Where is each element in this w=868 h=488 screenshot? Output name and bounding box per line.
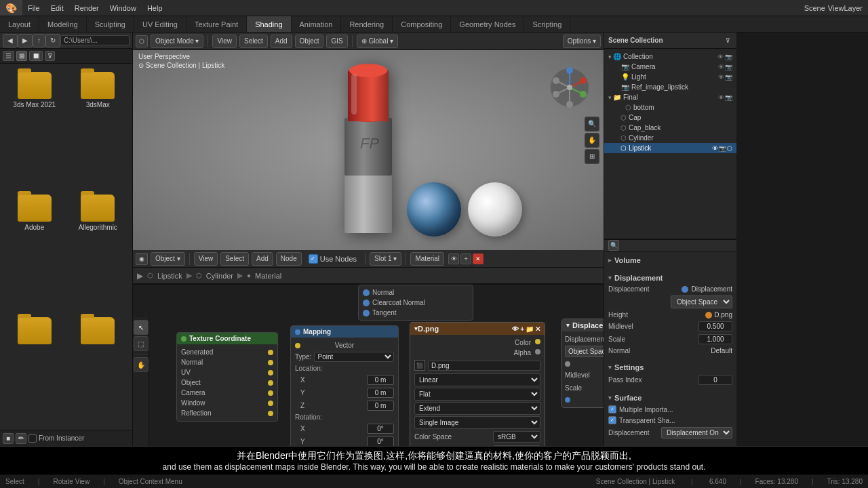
lipstick-eye[interactable]: 👁 [712, 145, 718, 152]
use-nodes-checkbox[interactable]: ✓ [309, 254, 318, 264]
gis-menu[interactable]: GIS [326, 35, 347, 48]
displacement-surface-select[interactable]: Displacement On [661, 427, 732, 439]
mapping-node[interactable]: Mapping Vector Type: Point [290, 325, 399, 446]
options-button[interactable]: Options ▾ [563, 35, 601, 48]
grid-button[interactable]: ⊞ [585, 149, 599, 164]
breadcrumb-material[interactable]: Material [255, 272, 281, 280]
mat-copy-icon[interactable]: + [460, 253, 471, 264]
tree-scene-collection[interactable]: ▾ 🌐 Collection 👁 📷 [604, 52, 736, 62]
material-btn[interactable]: Material [410, 252, 444, 266]
tree-camera[interactable]: ▾ 📷 Camera 👁 📷 [604, 62, 736, 72]
midlevel-val[interactable]: 0.500 [698, 321, 732, 331]
ne-box-select-tool[interactable]: ⬚ [134, 336, 149, 351]
breadcrumb-cylinder[interactable]: Cylinder [206, 272, 233, 280]
pass-index-val[interactable]: 0 [698, 375, 732, 385]
breadcrumb-lipstick[interactable]: Lipstick [157, 272, 182, 280]
file-forward-button[interactable]: ▶ [18, 34, 33, 47]
pan-button[interactable]: ✋ [585, 133, 599, 148]
dpng-delete-icon[interactable]: ✕ [535, 325, 540, 333]
from-instancer-checkbox[interactable] [28, 434, 37, 443]
transparent-sha-checkbox[interactable]: ✓ [608, 416, 616, 424]
tab-animation[interactable]: Animation [292, 16, 342, 32]
menu-render[interactable]: Render [69, 0, 104, 16]
light-eye[interactable]: 👁 [718, 74, 724, 81]
lipstick-render[interactable]: 📷 [719, 145, 726, 152]
global-transform[interactable]: ⊕ Global ▾ [357, 35, 398, 48]
ne-select-menu[interactable]: Select [220, 252, 249, 266]
tab-sculpting[interactable]: Sculpting [87, 16, 134, 32]
folder-6[interactable] [69, 314, 127, 424]
object-brush[interactable]: ✏ [16, 433, 26, 444]
tab-compositing[interactable]: Compositing [393, 16, 451, 32]
props-search-icon[interactable]: 🔍 [608, 240, 619, 251]
outliner-filter[interactable]: ⊽ [723, 36, 732, 45]
disp-objectspace-dropdown[interactable]: Object Space ▾ [565, 346, 604, 357]
tab-scripting[interactable]: Scripting [524, 16, 570, 32]
add-menu[interactable]: Add [271, 35, 292, 48]
cam-eye[interactable]: 👁 [718, 64, 724, 70]
ne-select-tool[interactable]: ↖ [134, 320, 149, 335]
menu-help[interactable]: Help [142, 0, 168, 16]
zoom-in-button[interactable]: 🔍 [585, 117, 599, 131]
dpng-preview-icon[interactable]: 👁 [512, 325, 519, 333]
tab-shading[interactable]: Shading [247, 16, 291, 32]
outliner-render-icon[interactable]: 📷 [725, 54, 732, 60]
view-toggle-list[interactable]: ☰ [3, 51, 14, 61]
tree-bottom[interactable]: ▾ ⬡ bottom [604, 102, 736, 113]
tab-geometry-nodes[interactable]: Geometry Nodes [451, 16, 524, 32]
tree-cylinder[interactable]: ⬡ Cylinder [604, 133, 736, 143]
view-toggle-icons[interactable]: 🔲 [29, 51, 43, 61]
object-space-select[interactable]: Object Space [671, 296, 732, 308]
node-editor-canvas[interactable]: ↖ ⬚ ✋ [133, 284, 604, 446]
dpng-ext-select[interactable]: Extend [414, 402, 540, 415]
slot-selector[interactable]: Slot 1 ▾ [370, 252, 401, 266]
viewport-3d[interactable]: User Perspective ⊙ Scene Collection | Li… [133, 50, 604, 250]
folder-3dsmax2021[interactable]: 3ds Max 2021 [5, 69, 64, 186]
tree-lipstick[interactable]: ⬡ Lipstick 👁 📷 ⬡ [604, 143, 736, 153]
lipstick-viewport[interactable]: ⬡ [727, 145, 732, 152]
tab-texture-paint[interactable]: Texture Paint [186, 16, 247, 32]
object-menu[interactable]: Object [295, 35, 324, 48]
view-toggle-grid[interactable]: ⊞ [16, 51, 27, 61]
scale-val[interactable]: 1.000 [698, 334, 732, 344]
object-color-picker[interactable]: ■ [3, 433, 14, 444]
folder-adobe[interactable]: Adobe [5, 192, 64, 309]
tab-rendering[interactable]: Rendering [341, 16, 393, 32]
file-path[interactable]: C:\Users\... [60, 35, 130, 45]
ne-scroll-tool[interactable]: ✋ [134, 357, 149, 372]
outliner-eye-icon[interactable]: 👁 [717, 54, 724, 60]
dpng-folder-icon[interactable]: 📁 [526, 325, 534, 333]
menu-window[interactable]: Window [104, 0, 142, 16]
dpng-proj-select[interactable]: Flat [414, 388, 540, 401]
file-up-button[interactable]: ↑ [33, 34, 45, 47]
dpng-colorspace-select[interactable]: sRGB [493, 431, 540, 443]
mat-delete-icon[interactable]: ✕ [473, 253, 484, 264]
tree-cap[interactable]: ⬡ Cap [604, 113, 736, 123]
tree-cap-black[interactable]: ⬡ Cap_black [604, 123, 736, 133]
filter-button[interactable]: ⊽ [45, 51, 55, 61]
file-refresh-button[interactable]: ↻ [45, 34, 60, 47]
texture-coord-node[interactable]: Texture Coordinate Generated Normal UV [176, 332, 278, 422]
select-menu[interactable]: Select [239, 35, 268, 48]
dpng-alpha-select[interactable]: Straight [493, 445, 540, 446]
file-back-button[interactable]: ◀ [3, 34, 18, 47]
light-render[interactable]: 📷 [725, 74, 732, 81]
dpng-filename-input[interactable] [428, 361, 540, 371]
ne-add-menu[interactable]: Add [252, 252, 273, 266]
final-render[interactable]: 📷 [725, 94, 732, 101]
dpng-node[interactable]: ▾ D.png 👁 + 📁 ✕ Color [410, 322, 545, 446]
viewport-mode-icon[interactable]: ⬡ [136, 35, 148, 47]
tab-uv-editing[interactable]: UV Editing [134, 16, 186, 32]
mapping-type-select[interactable]: Point [314, 352, 394, 362]
tab-layout[interactable]: Layout [0, 16, 39, 32]
cam-render[interactable]: 📷 [725, 64, 732, 70]
dpng-interp-select[interactable]: Linear [414, 373, 540, 386]
object-mode-dropdown[interactable]: Object Mode ▾ [151, 35, 203, 48]
ne-node-menu[interactable]: Node [276, 252, 302, 266]
menu-file[interactable]: File [22, 0, 45, 16]
displacement-node[interactable]: ▾ Displacement Displacement Object Space… [561, 319, 604, 408]
folder-3dsmax[interactable]: 3dsMax [69, 69, 127, 186]
dpng-copy-icon[interactable]: + [520, 325, 524, 333]
menu-edit[interactable]: Edit [45, 0, 69, 16]
final-eye[interactable]: 👁 [718, 94, 724, 101]
